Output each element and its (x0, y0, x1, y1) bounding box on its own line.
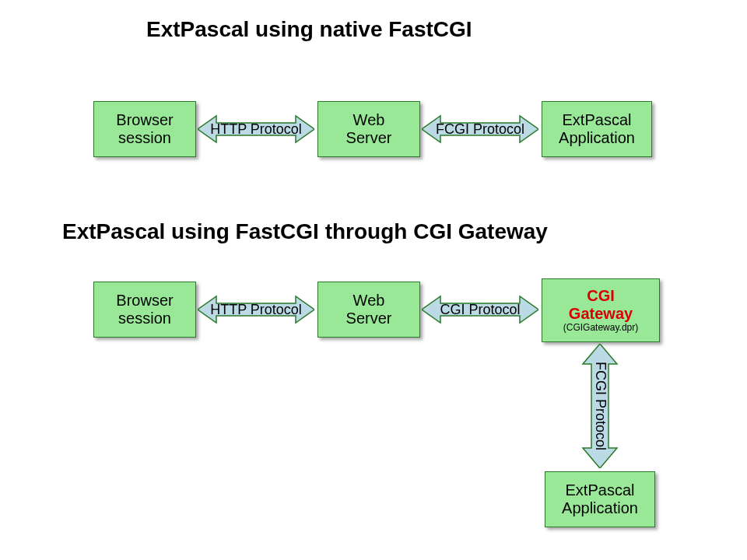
box-browser-session-2: Browser session (93, 282, 196, 338)
box-cgi-gateway: CGI Gateway (CGIGateway.dpr) (542, 278, 660, 342)
label: Application (562, 499, 638, 517)
label: Web (353, 111, 385, 129)
svg-marker-3 (422, 296, 538, 323)
label: session (118, 310, 171, 327)
svg-marker-2 (198, 296, 314, 323)
label: Server (346, 310, 392, 327)
label: session (118, 129, 171, 147)
label: CGI (587, 287, 615, 305)
box-extpascal-app-2: ExtPascal Application (545, 471, 655, 527)
arrow-cgi-2: CGI Protocol (422, 294, 538, 325)
label: Server (346, 129, 392, 147)
label-sub: (CGIGateway.dpr) (563, 323, 638, 334)
label: Gateway (569, 305, 633, 323)
label: Application (559, 129, 635, 147)
label: Web (353, 292, 385, 310)
svg-marker-4 (583, 344, 617, 468)
arrow-fcgi-vertical: FCGI Protocol (580, 344, 619, 468)
diagram-stage: ExtPascal using native FastCGI Browser s… (0, 0, 747, 560)
arrow-fcgi-1: FCGI Protocol (422, 114, 538, 145)
box-web-server-1: Web Server (317, 101, 420, 157)
label: Browser (116, 111, 173, 129)
box-browser-session-1: Browser session (93, 101, 196, 157)
label: Browser (116, 292, 173, 310)
box-extpascal-app-1: ExtPascal Application (542, 101, 652, 157)
svg-marker-0 (198, 116, 314, 142)
label: ExtPascal (566, 481, 635, 499)
arrow-http-1: HTTP Protocol (198, 114, 314, 145)
svg-marker-1 (422, 116, 538, 142)
title-native-fastcgi: ExtPascal using native FastCGI (146, 17, 472, 42)
arrow-http-2: HTTP Protocol (198, 294, 314, 325)
title-cgi-gateway: ExtPascal using FastCGI through CGI Gate… (62, 219, 548, 244)
box-web-server-2: Web Server (317, 282, 420, 338)
label: ExtPascal (563, 111, 632, 129)
